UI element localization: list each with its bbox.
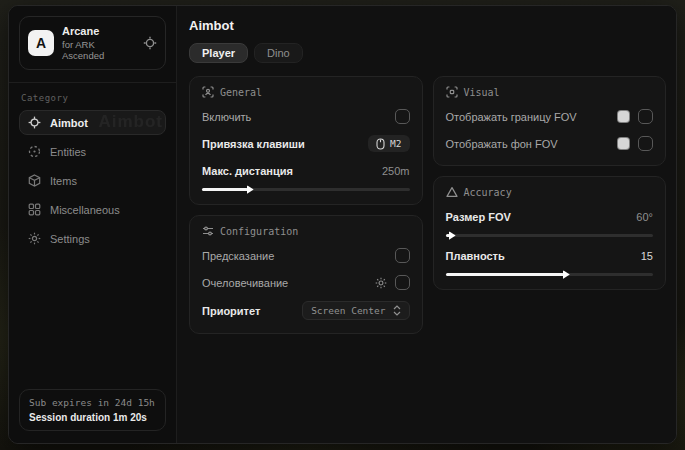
page-title: Aimbot	[189, 18, 666, 33]
viewfinder-icon	[446, 86, 458, 98]
crosshair-icon	[28, 116, 41, 129]
smooth-label: Плавность	[446, 250, 505, 262]
right-column: Visual Отображать границу FOV Отображать…	[433, 76, 667, 290]
fov-bg-label: Отображать фон FOV	[446, 138, 558, 150]
smooth-slider-fill	[446, 273, 564, 276]
fov-bg-color-swatch[interactable]	[617, 137, 630, 150]
smooth-row: Плавность 15	[446, 247, 654, 264]
panel-title: Visual	[464, 87, 500, 98]
triangle-icon	[446, 186, 458, 198]
sidebar-item-label: Settings	[50, 233, 90, 245]
fov-border-label: Отображать границу FOV	[446, 111, 577, 123]
enable-label: Включить	[202, 111, 251, 123]
keybind-label: Привязка клавиши	[202, 138, 305, 150]
app-titles: Arcane for ARK Ascended	[62, 25, 135, 61]
fov-border-row: Отображать границу FOV	[446, 108, 654, 125]
sidebar-item-label: Items	[50, 175, 77, 187]
panel-title: Configuration	[220, 226, 298, 237]
distance-slider[interactable]	[202, 188, 410, 191]
humanize-controls	[375, 275, 410, 290]
gear-icon[interactable]	[375, 277, 387, 289]
fov-bg-controls	[617, 136, 653, 151]
category-label: Category	[21, 93, 164, 103]
entities-icon	[28, 145, 41, 158]
sidebar-item-items[interactable]: Items	[19, 168, 166, 193]
priority-row: Приоритет Screen Center	[202, 301, 410, 320]
active-item-watermark: Aimbot	[98, 112, 163, 132]
prediction-label: Предсказание	[202, 250, 274, 262]
panel-configuration-header: Configuration	[202, 225, 410, 237]
panel-general: General Включить Привязка клавиши	[189, 76, 423, 205]
smooth-slider[interactable]	[446, 273, 654, 276]
sidebar-item-miscellaneous[interactable]: Miscellaneous	[19, 197, 166, 222]
gear-icon	[28, 232, 41, 245]
panel-accuracy: Accuracy Размер FOV 60° Плавность 15	[433, 176, 667, 290]
app-logo: A	[28, 30, 54, 56]
enable-checkbox[interactable]	[395, 109, 410, 124]
main-content: Aimbot Player Dino	[177, 6, 676, 443]
sidebar-spacer	[19, 251, 166, 389]
priority-label: Приоритет	[202, 305, 260, 317]
smooth-value: 15	[641, 250, 653, 262]
fov-border-color-swatch[interactable]	[617, 110, 630, 123]
panel-configuration: Configuration Предсказание Очеловечивани…	[189, 215, 423, 334]
sidebar-item-entities[interactable]: Entities	[19, 139, 166, 164]
enable-row: Включить	[202, 108, 410, 125]
panel-title: Accuracy	[464, 187, 512, 198]
keybind-button[interactable]: M2	[368, 135, 409, 152]
session-duration-text: Session duration 1m 20s	[29, 412, 156, 423]
fov-size-label: Размер FOV	[446, 211, 511, 223]
subscription-card: Sub expires in 24d 15h Session duration …	[19, 389, 166, 431]
target-icon[interactable]	[143, 36, 157, 50]
panel-accuracy-header: Accuracy	[446, 186, 654, 198]
sidebar: A Arcane for ARK Ascended Category	[9, 6, 177, 443]
prediction-checkbox[interactable]	[395, 248, 410, 263]
sidebar-divider	[9, 82, 176, 83]
tab-player[interactable]: Player	[189, 43, 248, 63]
fov-size-row: Размер FOV 60°	[446, 208, 654, 225]
fov-size-slider-thumb[interactable]	[449, 231, 456, 240]
mouse-icon	[376, 138, 385, 150]
logo-card: A Arcane for ARK Ascended	[19, 16, 166, 70]
distance-slider-thumb[interactable]	[247, 185, 254, 194]
fov-border-controls	[617, 109, 653, 124]
tab-bar: Player Dino	[189, 43, 666, 63]
sidebar-item-aimbot[interactable]: Aimbot Aimbot	[19, 110, 166, 135]
fov-bg-row: Отображать фон FOV	[446, 135, 654, 152]
panel-title: General	[220, 87, 262, 98]
keybind-row: Привязка клавиши M2	[202, 135, 410, 152]
smooth-slider-thumb[interactable]	[563, 270, 570, 279]
fov-border-checkbox[interactable]	[638, 109, 653, 124]
sliders-icon	[202, 225, 214, 237]
sub-expires-text: Sub expires in 24d 15h	[29, 397, 156, 408]
panel-visual-header: Visual	[446, 86, 654, 98]
chevrons-up-down-icon	[393, 305, 401, 316]
priority-value: Screen Center	[311, 305, 385, 316]
fov-bg-checkbox[interactable]	[638, 136, 653, 151]
app-subtitle: for ARK Ascended	[62, 39, 135, 61]
tab-dino[interactable]: Dino	[254, 43, 303, 63]
sidebar-item-settings[interactable]: Settings	[19, 226, 166, 251]
sidebar-item-label: Entities	[50, 146, 86, 158]
person-focus-icon	[202, 86, 214, 98]
fov-size-value: 60°	[636, 211, 653, 223]
humanize-label: Очеловечивание	[202, 277, 288, 289]
distance-label: Макс. дистанция	[202, 165, 293, 177]
distance-row: Макс. дистанция 250m	[202, 162, 410, 179]
distance-value: 250m	[382, 165, 410, 177]
app-name: Arcane	[62, 25, 135, 37]
panel-general-header: General	[202, 86, 410, 98]
prediction-row: Предсказание	[202, 247, 410, 264]
humanize-checkbox[interactable]	[395, 275, 410, 290]
fov-size-slider[interactable]	[446, 234, 654, 237]
arcane-window: A Arcane for ARK Ascended Category	[8, 5, 677, 444]
sidebar-item-label: Aimbot	[50, 117, 88, 129]
grid-icon	[28, 203, 41, 216]
humanize-row: Очеловечивание	[202, 274, 410, 291]
panel-visual: Visual Отображать границу FOV Отображать…	[433, 76, 667, 166]
keybind-value: M2	[390, 138, 401, 149]
panels-grid: General Включить Привязка клавиши	[189, 76, 666, 334]
left-column: General Включить Привязка клавиши	[189, 76, 423, 334]
priority-dropdown[interactable]: Screen Center	[302, 301, 409, 320]
distance-slider-fill	[202, 188, 248, 191]
